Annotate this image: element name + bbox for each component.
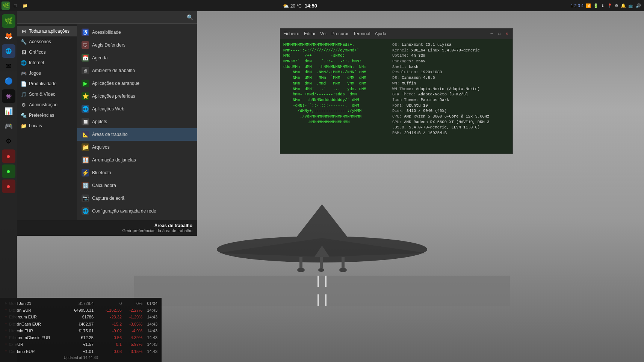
taskbar-mint-icon[interactable]: 🌿 bbox=[2, 2, 10, 10]
app-arrumacao[interactable]: 🪟 Arrumação de janelas bbox=[77, 154, 197, 166]
sidebar-icon-browser[interactable]: 🌐 bbox=[2, 44, 15, 58]
terminal-maximize-button[interactable]: □ bbox=[497, 31, 502, 36]
internet-icon: 🌐 bbox=[21, 60, 27, 66]
app-label: Captura de ecrã bbox=[92, 196, 124, 201]
svg-rect-8 bbox=[342, 257, 345, 268]
app-aplicacoes-preferidas[interactable]: ⭐ Aplicações preferidas bbox=[77, 90, 197, 103]
crypto-name-ada: Cardano EUR bbox=[9, 349, 62, 354]
menu-body: ⊞ Todas as aplicações 🔧 Acessórios 🖼 Grá… bbox=[17, 24, 197, 220]
crypto-row-bch: ▼ BitcoinCash EUR €482.97 -15.2 -3.05% 1… bbox=[3, 321, 159, 327]
sidebar-icon-productivity[interactable]: 📊 bbox=[2, 104, 15, 118]
terminal-sysinfo: OS: Linuxmint 20.1 ulyssa Kernel: x86_64… bbox=[392, 42, 509, 151]
crypto-pct-ltc: -4.9% bbox=[122, 328, 142, 333]
crypto-price-btc: €49953.31 bbox=[62, 308, 94, 313]
app-agenda[interactable]: 📅 Agenda bbox=[77, 51, 197, 64]
crypto-time-etc: 14:43 bbox=[142, 335, 157, 340]
sidebar-icon-epic[interactable]: 👾 bbox=[2, 89, 15, 103]
category-all-apps[interactable]: ⊞ Todas as aplicações bbox=[17, 26, 77, 36]
app-captura[interactable]: 📷 Captura de ecrã bbox=[77, 192, 197, 205]
category-administracao[interactable]: ⚙ Administração bbox=[17, 100, 77, 110]
svg-point-12 bbox=[318, 268, 324, 272]
crypto-change-ada: -0.03 bbox=[94, 349, 122, 354]
terminal-menu-editar[interactable]: Editar bbox=[304, 31, 316, 36]
acessorios-icon: 🔧 bbox=[21, 39, 27, 45]
app-areas-trabalho[interactable]: 📐 Áreas de trabalho bbox=[77, 128, 197, 141]
preferencias-icon: 🔩 bbox=[21, 112, 27, 118]
crypto-name-eth: Ethereum EUR bbox=[9, 314, 62, 320]
crypto-price-eth: €1786 bbox=[62, 314, 94, 320]
sidebar-icon-green[interactable]: ● bbox=[2, 164, 15, 178]
terminal-menu-ver[interactable]: Ver bbox=[320, 31, 327, 36]
app-applets[interactable]: 🔲 Applets bbox=[77, 115, 197, 128]
terminal-menu-procurar[interactable]: Procurar bbox=[331, 31, 349, 36]
app-acessibilidade[interactable]: ♿ Acessibilidade bbox=[77, 26, 197, 39]
menu-footer-sub: Gerir preferências da área de trabalho bbox=[122, 228, 193, 233]
terminal-menu-ficheiro[interactable]: Ficheiro bbox=[283, 31, 299, 36]
crypto-row-ada: ▼ Cardano EUR €1.01 -0.03 -3.15% 14:43 bbox=[3, 348, 159, 355]
ambiente-icon: 🖥 bbox=[82, 67, 89, 74]
app-label: Acessibilidade bbox=[92, 30, 121, 35]
category-acessorios[interactable]: 🔧 Acessórios bbox=[17, 36, 77, 47]
taskbar-settings-icon: ⚙ bbox=[615, 3, 618, 8]
app-config-rede[interactable]: 🌐 Configuração avançada de rede bbox=[77, 205, 197, 217]
category-graficos[interactable]: 🖼 Gráficos bbox=[17, 47, 77, 57]
app-arquivos[interactable]: 📁 Arquivos bbox=[77, 141, 197, 154]
menu-apps-list: ♿ Acessibilidade 🛡 Aegis Defenders 📅 Age… bbox=[77, 24, 197, 220]
crypto-widget: ▶ Gold Jun 21 $1728.4 0 0% 01/04 ▼ Bitco… bbox=[0, 298, 162, 362]
taskbar-files-icon[interactable]: 📁 bbox=[21, 2, 29, 10]
app-calculadora[interactable]: 🔢 Calculadora bbox=[77, 179, 197, 192]
sidebar-icon-mail[interactable]: ✉ bbox=[2, 59, 15, 73]
crypto-pct-ada: -3.15% bbox=[122, 349, 142, 354]
terminal-menu: Ficheiro Editar Ver Procurar Terminal Aj… bbox=[283, 31, 489, 36]
category-locais[interactable]: 📁 Locais bbox=[17, 121, 77, 131]
sidebar-icon-firefox[interactable]: 🦊 bbox=[2, 29, 15, 43]
terminal-minimize-button[interactable]: ─ bbox=[489, 31, 494, 36]
crypto-time-ltc: 14:43 bbox=[142, 328, 157, 333]
administracao-icon: ⚙ bbox=[21, 102, 27, 108]
sidebar-icon-games[interactable]: 🎮 bbox=[2, 119, 15, 133]
sidebar-icon-red1[interactable]: ● bbox=[2, 149, 15, 163]
category-internet[interactable]: 🌐 Internet bbox=[17, 57, 77, 68]
app-label: Configuração avançada de rede bbox=[92, 208, 156, 214]
app-label: Áreas de trabalho bbox=[92, 132, 128, 137]
category-preferencias[interactable]: 🔩 Preferências bbox=[17, 110, 77, 121]
svg-point-11 bbox=[339, 268, 347, 272]
jogos-icon: 🎮 bbox=[21, 70, 27, 76]
app-aplicacoes-arranque[interactable]: ▶ Aplicações de arranque bbox=[77, 77, 197, 90]
crypto-pct-btc: -2.27% bbox=[122, 308, 142, 313]
app-label: Applets bbox=[92, 119, 107, 124]
terminal-controls: ─ □ ✕ bbox=[489, 31, 509, 36]
category-produtividade[interactable]: 📄 Produtividade bbox=[17, 78, 77, 89]
app-bluetooth[interactable]: ⚡ Bluetooth bbox=[77, 166, 197, 179]
category-som-video[interactable]: 🎵 Som & Vídeo bbox=[17, 89, 77, 100]
search-icon[interactable]: 🔍 bbox=[187, 14, 193, 20]
crypto-pct-zrx: -5.97% bbox=[122, 342, 142, 347]
menu-search-input[interactable] bbox=[21, 15, 187, 20]
terminal-close-button[interactable]: ✕ bbox=[504, 31, 509, 36]
taskbar-wifi-icon: 📶 bbox=[586, 3, 591, 8]
svg-rect-0 bbox=[134, 276, 510, 306]
crypto-change-gold: 0 bbox=[94, 301, 122, 306]
crypto-change-etc: -0.56 bbox=[94, 335, 122, 340]
app-aegis[interactable]: 🛡 Aegis Defenders bbox=[77, 39, 197, 51]
terminal-window: Ficheiro Editar Ver Procurar Terminal Aj… bbox=[280, 28, 513, 154]
category-jogos[interactable]: 🎮 Jogos bbox=[17, 68, 77, 78]
taskbar-window-icon[interactable]: □ bbox=[11, 2, 20, 10]
app-aplicacoes-web[interactable]: 🌐 Aplicações Web bbox=[77, 103, 197, 115]
svg-marker-5 bbox=[296, 204, 348, 238]
sidebar-icon-red2[interactable]: ● bbox=[2, 179, 15, 193]
crypto-row-gold: ▶ Gold Jun 21 $1728.4 0 0% 01/04 bbox=[3, 300, 159, 307]
menu-footer-title: Áreas de trabalho bbox=[154, 223, 192, 228]
terminal-menu-terminal[interactable]: Terminal bbox=[353, 31, 370, 36]
crypto-time-gold: 01/04 bbox=[142, 301, 157, 306]
sidebar-icon-mintmenu[interactable]: 🌿 bbox=[2, 14, 15, 28]
terminal-menu-ajuda[interactable]: Ajuda bbox=[375, 31, 386, 36]
app-label: Calculadora bbox=[92, 183, 116, 188]
sidebar-icon-settings[interactable]: ⚙ bbox=[2, 134, 15, 148]
crypto-price-gold: $1728.4 bbox=[62, 301, 94, 306]
sidebar-icon-app4[interactable]: 🔵 bbox=[2, 74, 15, 88]
app-label: Aplicações Web bbox=[92, 106, 124, 112]
crypto-time-zrx: 14:43 bbox=[142, 342, 157, 347]
app-ambiente[interactable]: 🖥 Ambiente de trabalho bbox=[77, 64, 197, 77]
app-label: Arrumação de janelas bbox=[92, 157, 136, 163]
